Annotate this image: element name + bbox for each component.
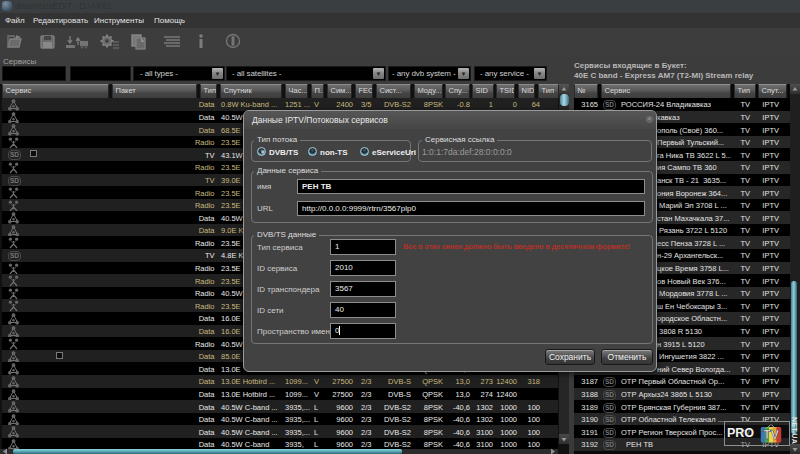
svg-text:TV: TV [763, 428, 779, 442]
